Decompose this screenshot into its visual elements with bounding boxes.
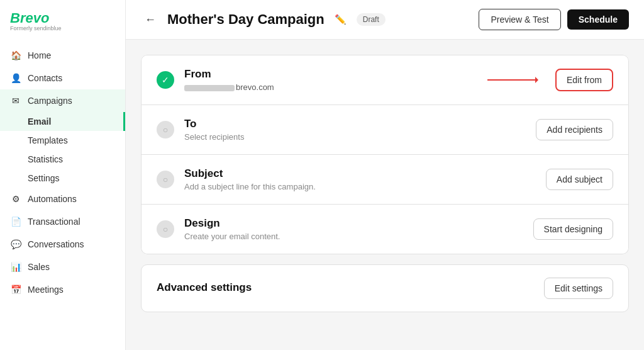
design-body: Design Create your email content.	[184, 217, 523, 241]
campaigns-icon: ✉	[10, 95, 21, 106]
sidebar-item-contacts[interactable]: 👤 Contacts	[0, 67, 125, 89]
transactional-icon: 📄	[10, 216, 21, 227]
from-email: brevo.com	[184, 82, 356, 92]
add-recipients-button[interactable]: Add recipients	[536, 119, 613, 140]
sidebar-sub-settings-label: Settings	[28, 173, 60, 183]
arrow-container	[366, 79, 545, 81]
subject-sub: Add a subject line for this campaign.	[184, 182, 536, 191]
design-status-icon: ○	[157, 220, 174, 238]
advanced-body: Advanced settings	[157, 281, 544, 296]
sidebar-sub-templates-label: Templates	[28, 135, 68, 145]
start-designing-button[interactable]: Start designing	[533, 218, 613, 240]
edit-settings-button[interactable]: Edit settings	[544, 278, 613, 299]
from-section: ✓ From brevo.com Edit from	[141, 55, 629, 105]
sidebar-sub-email-label: Email	[28, 116, 51, 127]
design-sub: Create your email content.	[184, 232, 523, 241]
sidebar-item-contacts-label: Contacts	[28, 73, 62, 83]
advanced-section: Advanced settings Edit settings	[141, 264, 629, 312]
design-title: Design	[184, 217, 523, 230]
sidebar-item-home[interactable]: 🏠 Home	[0, 44, 125, 67]
subject-status-icon: ○	[157, 171, 174, 188]
back-button[interactable]: ←	[141, 12, 160, 28]
sidebar-item-meetings[interactable]: 📅 Meetings	[0, 278, 125, 301]
advanced-title: Advanced settings	[157, 281, 544, 294]
sidebar-item-home-label: Home	[28, 50, 51, 60]
add-subject-button[interactable]: Add subject	[546, 169, 613, 190]
arrow-line	[487, 79, 538, 81]
header-actions: Preview & Test Schedule	[479, 9, 629, 30]
page-title: Mother's Day Campaign	[167, 11, 325, 28]
draft-badge: Draft	[357, 13, 386, 26]
home-icon: 🏠	[10, 50, 21, 61]
sidebar: Brevo Formerly sendinblue 🏠 Home 👤 Conta…	[0, 0, 126, 350]
sidebar-sub-settings[interactable]: Settings	[0, 169, 125, 188]
sales-icon: 📊	[10, 261, 21, 273]
sidebar-sub-statistics-label: Statistics	[28, 154, 63, 164]
campaign-sections: ✓ From brevo.com Edit from ○ To S	[141, 55, 629, 254]
logo: Brevo Formerly sendinblue	[0, 10, 125, 44]
design-section: ○ Design Create your email content. Star…	[141, 205, 629, 254]
edit-from-button[interactable]: Edit from	[555, 69, 613, 91]
to-body: To Select recipients	[184, 118, 526, 142]
schedule-button[interactable]: Schedule	[567, 9, 629, 30]
to-sub: Select recipients	[184, 132, 526, 142]
preview-test-button[interactable]: Preview & Test	[479, 9, 560, 30]
sidebar-item-transactional[interactable]: 📄 Transactional	[0, 210, 125, 233]
meetings-icon: 📅	[10, 284, 21, 295]
sidebar-item-campaigns-label: Campaigns	[28, 96, 72, 106]
sidebar-item-campaigns[interactable]: ✉ Campaigns	[0, 89, 125, 112]
sidebar-item-sales[interactable]: 📊 Sales	[0, 256, 125, 278]
from-title: From	[184, 68, 356, 81]
to-title: To	[184, 118, 526, 130]
logo-brand: Brevo	[10, 10, 115, 26]
sidebar-item-meetings-label: Meetings	[28, 285, 64, 295]
subject-title: Subject	[184, 167, 536, 180]
from-body: From brevo.com	[184, 68, 356, 92]
conversations-icon: 💬	[10, 239, 21, 250]
contacts-icon: 👤	[10, 72, 21, 84]
logo-sub: Formerly sendinblue	[10, 25, 115, 31]
sidebar-sub-statistics[interactable]: Statistics	[0, 150, 125, 169]
to-status-icon: ○	[157, 121, 174, 138]
page-header: ← Mother's Day Campaign ✏️ Draft Preview…	[126, 0, 644, 40]
edit-title-button[interactable]: ✏️	[332, 13, 349, 26]
from-status-icon: ✓	[157, 71, 174, 89]
sidebar-item-conversations[interactable]: 💬 Conversations	[0, 233, 125, 256]
subject-body: Subject Add a subject line for this camp…	[184, 167, 536, 191]
sidebar-item-transactional-label: Transactional	[28, 217, 80, 227]
main-content: ← Mother's Day Campaign ✏️ Draft Preview…	[126, 0, 644, 350]
campaign-content: ✓ From brevo.com Edit from ○ To S	[126, 40, 644, 327]
from-email-blur	[184, 85, 235, 91]
sidebar-item-conversations-label: Conversations	[28, 239, 84, 249]
sidebar-sub-email[interactable]: Email	[0, 112, 125, 131]
from-email-suffix: brevo.com	[236, 82, 274, 92]
subject-section: ○ Subject Add a subject line for this ca…	[141, 155, 629, 205]
sidebar-item-sales-label: Sales	[28, 262, 50, 272]
automations-icon: ⚙	[10, 193, 21, 205]
sidebar-item-automations[interactable]: ⚙ Automations	[0, 188, 125, 210]
sidebar-item-automations-label: Automations	[28, 194, 77, 204]
to-section: ○ To Select recipients Add recipients	[141, 105, 629, 155]
sidebar-sub-templates[interactable]: Templates	[0, 131, 125, 150]
